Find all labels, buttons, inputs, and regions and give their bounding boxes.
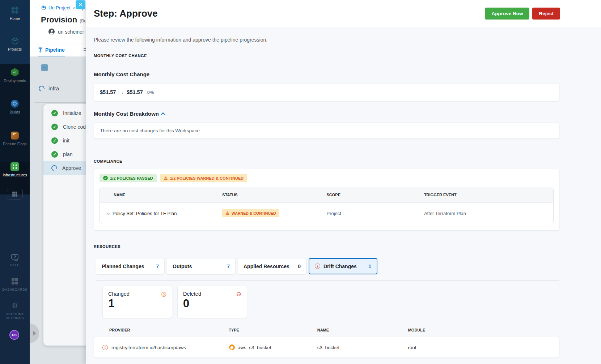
module-switcher-button[interactable]	[7, 189, 23, 200]
breadcrumb-separator: >	[73, 5, 76, 10]
left-nav-sidebar: Home Projects ∞ Deployments Builds Featu…	[0, 0, 30, 364]
column-header-status: STATUS	[222, 187, 326, 202]
drawer-body: Please review the following information …	[86, 27, 601, 364]
column-header-scope: SCOPE	[326, 187, 424, 202]
sidebar-item-account-settings[interactable]: ⚙ ACCOUNT SETTINGS	[0, 301, 30, 320]
reject-button[interactable]: Reject	[532, 8, 560, 20]
drawer-title: Step: Approve	[94, 8, 158, 19]
drift-info-icon: i	[315, 264, 320, 269]
drift-info-icon: i	[102, 345, 108, 350]
avatar-initials: US	[12, 333, 17, 337]
sidebar-item-home[interactable]: Home	[0, 5, 30, 21]
close-icon: ×	[79, 1, 82, 8]
canvas-chip[interactable]: ..	[41, 64, 48, 71]
section-resources: RESOURCES	[94, 244, 559, 249]
grid-icon	[12, 192, 17, 197]
running-spinner-icon	[50, 164, 58, 172]
monthly-cost-breakdown-toggle[interactable]: Monthly Cost Breakdown	[94, 111, 559, 117]
warning-triangle-icon: ⚠	[225, 211, 229, 215]
filter-count: 7	[156, 264, 159, 269]
column-header-name: NAME	[100, 187, 222, 202]
success-check-icon: ✓	[51, 124, 58, 130]
page-title: Provision(Build	[41, 15, 91, 25]
deleted-minus-circle-icon: ⊖	[236, 291, 241, 297]
filter-applied-resources[interactable]: Applied Resources 0	[238, 258, 306, 274]
section-compliance: COMPLIANCE	[94, 159, 559, 163]
builds-icon	[11, 100, 19, 108]
drift-resource-row[interactable]: i registry.terraform.io/hashicorp/aws aw…	[94, 337, 559, 358]
tab-pipeline[interactable]: Pipeline	[38, 43, 65, 56]
success-check-icon: ✓	[51, 137, 58, 144]
compliance-card: ✓ 1/2 POLICIES PASSED ⚠ 1/2 POLICIES WAR…	[94, 169, 559, 231]
sidebar-item-label: Home	[0, 16, 30, 21]
policy-trigger-event: After Terraform Plan	[424, 204, 553, 223]
sidebar-item-feature-flags[interactable]: Feature Flags	[0, 131, 30, 146]
name-value: s3_bucket	[317, 345, 408, 350]
drift-table-header: PROVIDER TYPE NAME MODULE	[94, 328, 559, 332]
column-header-type: TYPE	[229, 328, 317, 332]
sidebar-item-label: Infrastructures	[0, 173, 30, 177]
warned-continued-badge: ⚠ WARNED & CONTINUED	[222, 209, 279, 217]
help-chat-icon: ?	[11, 254, 18, 260]
module-value: root	[408, 345, 559, 350]
column-header-trigger-event: TRIGGER EVENT	[424, 187, 553, 202]
stage-infra[interactable]: infra	[39, 85, 59, 91]
policy-set-row: Policy Set: Policies for TF Plan ⚠ WARNE…	[100, 203, 553, 224]
policy-set-expander[interactable]: Policy Set: Policies for TF Plan	[100, 204, 222, 223]
sidebar-item-label: Builds	[0, 110, 30, 114]
home-icon	[11, 6, 19, 14]
policy-scope: Project	[326, 204, 424, 223]
monthly-cost-change-heading: Monthly Cost Change	[94, 71, 559, 77]
sidebar-item-label: DASHBOARDS	[0, 287, 30, 291]
pipeline-author: uri scheiner	[48, 29, 84, 35]
policies-warned-badge: ⚠ 1/2 POLICIES WARNED & CONTINUED	[160, 174, 247, 182]
warning-triangle-icon: ⚠	[164, 176, 168, 180]
resources-divider	[96, 281, 559, 281]
stat-label: Deleted	[183, 291, 201, 297]
cost-change-card: $51.57 → $51.57 0%	[94, 83, 559, 101]
sidebar-item-label: HELP	[0, 263, 30, 267]
status-label: WARNED & CONTINUED	[232, 211, 276, 215]
close-drawer-button[interactable]: ×	[76, 0, 85, 9]
sidebar-item-projects[interactable]: Projects	[0, 36, 30, 51]
sidebar-item-dashboards[interactable]: DASHBOARDS	[0, 277, 30, 291]
deployments-icon: ∞	[11, 68, 19, 77]
user-icon	[48, 29, 55, 35]
filter-planned-changes[interactable]: Planned Changes 7	[96, 258, 165, 274]
user-avatar[interactable]: US	[9, 330, 19, 340]
step-label: init	[63, 138, 69, 144]
app-root: Home Projects ∞ Deployments Builds Featu…	[0, 0, 601, 364]
arrow-right-icon: →	[119, 89, 124, 95]
cost-percent: 0%	[147, 90, 154, 95]
breadcrumb-project-link[interactable]: Uri Project	[48, 5, 71, 10]
cost-breakdown-empty-card: There are no cost changes for this Works…	[94, 122, 559, 139]
provider-value: registry.terraform.io/hashicorp/aws	[111, 345, 186, 350]
filter-label: Applied Resources	[244, 264, 289, 269]
running-spinner-icon	[38, 85, 46, 93]
filter-label: Outputs	[173, 264, 192, 269]
step-label: Initialize	[63, 110, 81, 116]
package-icon	[41, 5, 46, 10]
gear-icon: ⚙	[12, 302, 18, 309]
filter-label: Planned Changes	[102, 264, 144, 269]
check-icon: ✓	[103, 176, 108, 180]
sidebar-item-deployments[interactable]: ∞ Deployments	[0, 68, 30, 83]
stat-label: Changed	[108, 291, 130, 297]
resource-filter-cards: Planned Changes 7 Outputs 7 Applied Reso…	[96, 258, 559, 274]
filter-count: 7	[227, 264, 230, 269]
tab-pipeline-label: Pipeline	[45, 47, 65, 53]
policy-sets-table: NAME STATUS SCOPE TRIGGER EVENT Policy S…	[100, 187, 554, 224]
filter-outputs[interactable]: Outputs 7	[167, 258, 236, 274]
aws-provider-icon	[228, 343, 236, 351]
infrastructures-icon	[10, 162, 19, 171]
stage-name: infra	[48, 85, 59, 91]
sidebar-item-builds[interactable]: Builds	[0, 99, 30, 114]
drawer-header: Step: Approve Approve Now Reject	[86, 0, 601, 27]
approve-now-button[interactable]: Approve Now	[485, 8, 529, 20]
sidebar-item-help[interactable]: ? HELP	[0, 252, 30, 267]
deleted-stat-card: Deleted ⊖ 0	[177, 286, 247, 318]
cost-from: $51.57	[100, 89, 116, 95]
filter-drift-changes[interactable]: i Drift Changes 1	[309, 258, 377, 274]
projects-cube-icon	[0, 36, 30, 46]
sidebar-item-infrastructures[interactable]: Infrastructures	[0, 162, 30, 177]
